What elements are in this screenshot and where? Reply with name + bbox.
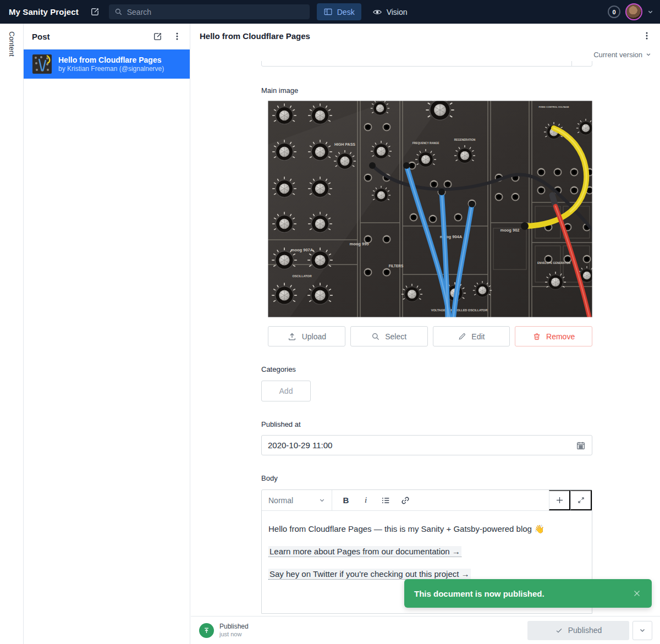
body-link-twitter[interactable]: Say hey on Twitter if you're checking ou… xyxy=(268,569,471,580)
bullet-list-icon[interactable] xyxy=(376,492,395,509)
publish-status-chip[interactable]: Published just now xyxy=(199,623,249,639)
compose-icon[interactable] xyxy=(90,7,100,17)
close-icon[interactable] xyxy=(632,588,642,598)
chevron-down-icon xyxy=(646,52,651,57)
publish-menu-button[interactable] xyxy=(632,621,652,640)
svg-text:VOLTAGE CONTROLLED OSCILLATOR: VOLTAGE CONTROLLED OSCILLATOR xyxy=(431,309,487,312)
publish-icon xyxy=(199,623,214,638)
compose-icon[interactable] xyxy=(152,31,163,42)
upload-icon xyxy=(287,332,297,342)
field-label-body: Body xyxy=(261,474,660,482)
search-icon xyxy=(114,8,123,16)
search-input[interactable] xyxy=(127,8,304,16)
document-title: Hello from Cloudflare Pages xyxy=(200,31,642,41)
image-actions: Upload Select Edit xyxy=(268,326,592,346)
svg-text:moog 902: moog 902 xyxy=(500,228,519,233)
desk-icon xyxy=(323,7,333,16)
post-panel-header: Post xyxy=(24,24,190,49)
chevron-down-icon xyxy=(639,627,646,634)
upload-label: Upload xyxy=(302,332,326,341)
calendar-icon[interactable] xyxy=(576,441,586,450)
presence-badge[interactable]: 0 xyxy=(608,5,620,18)
svg-text:moog 995: moog 995 xyxy=(349,241,369,246)
publish-button[interactable]: Published xyxy=(527,621,629,640)
publish-status-time: just now xyxy=(219,631,249,639)
list-item-subtitle: by Kristian Freeman (@signalnerve) xyxy=(58,65,164,74)
select-button[interactable]: Select xyxy=(350,326,428,346)
upload-button[interactable]: Upload xyxy=(268,326,345,346)
svg-text:moog 907A: moog 907A xyxy=(291,247,314,252)
edit-button[interactable]: Edit xyxy=(433,326,510,346)
content-rail-label[interactable]: Content xyxy=(8,31,16,644)
workspace-tabs: Desk Vision xyxy=(317,3,414,20)
post-list-panel: Post xyxy=(24,24,190,644)
body-paragraph: Hello from Cloudflare Pages — this is my… xyxy=(268,523,585,535)
document-header: Hello from Cloudflare Pages Current vers… xyxy=(191,24,660,61)
modular-synthesizer-photo: HIGH PASS FREQUENCY RANGE REGENERATION m… xyxy=(268,101,592,317)
search-icon xyxy=(371,332,380,341)
top-navbar: My Sanity Project Desk xyxy=(0,0,660,24)
chevron-down-icon xyxy=(319,497,325,503)
content-rail: Content xyxy=(0,24,24,644)
more-vertical-icon[interactable] xyxy=(642,31,651,40)
tab-desk[interactable]: Desk xyxy=(317,3,361,20)
field-label-main-image: Main image xyxy=(261,86,660,95)
avatar[interactable] xyxy=(625,3,642,20)
panel-title: Post xyxy=(32,32,142,41)
document-form: Main image xyxy=(191,61,660,616)
svg-text:FILTERS: FILTERS xyxy=(389,264,404,268)
add-category-button[interactable]: Add xyxy=(261,381,311,401)
svg-text:REGENERATION: REGENERATION xyxy=(454,139,476,141)
project-title: My Sanity Project xyxy=(9,7,79,16)
svg-text:FREQUENCY RANGE: FREQUENCY RANGE xyxy=(413,142,439,145)
text-style-select[interactable]: Normal xyxy=(262,490,332,510)
slug-field-partial[interactable] xyxy=(261,61,592,67)
document-panel: Hello from Cloudflare Pages Current vers… xyxy=(191,24,660,644)
check-icon xyxy=(555,626,563,635)
pencil-icon xyxy=(458,332,466,341)
select-label: Select xyxy=(385,332,406,341)
search-bar[interactable] xyxy=(109,4,310,19)
document-footer: Published just now Published xyxy=(191,616,660,644)
svg-text:ENVELOPE GENERATOR: ENVELOPE GENERATOR xyxy=(537,261,570,265)
expand-icon[interactable] xyxy=(570,490,592,510)
eye-icon xyxy=(372,7,382,17)
tab-vision-label: Vision xyxy=(387,8,408,16)
svg-text:FIXED CONTROL VOLTAGE: FIXED CONTROL VOLTAGE xyxy=(539,106,569,108)
field-label-categories: Categories xyxy=(261,365,660,373)
tab-desk-label: Desk xyxy=(337,8,355,16)
body-link-documentation[interactable]: Learn more about Pages from our document… xyxy=(268,546,461,557)
text-style-value: Normal xyxy=(268,496,293,505)
link-icon[interactable] xyxy=(396,492,415,509)
italic-button[interactable]: i xyxy=(356,492,375,509)
version-label: Current version xyxy=(593,51,642,59)
remove-button[interactable]: Remove xyxy=(515,326,592,346)
tab-vision[interactable]: Vision xyxy=(366,3,414,20)
publish-status-label: Published xyxy=(219,623,249,631)
bold-button[interactable]: B xyxy=(337,492,355,509)
publish-button-label: Published xyxy=(568,626,602,635)
chevron-down-icon[interactable] xyxy=(647,9,653,15)
toast-published: This document is now published. xyxy=(404,579,652,608)
published-at-field[interactable] xyxy=(261,435,592,455)
insert-block-icon[interactable] xyxy=(549,490,570,510)
svg-text:OSCILLATOR: OSCILLATOR xyxy=(292,274,311,278)
trash-icon xyxy=(532,332,541,341)
published-at-input[interactable] xyxy=(268,441,571,450)
remove-label: Remove xyxy=(546,332,575,341)
main-image-preview[interactable]: HIGH PASS FREQUENCY RANGE REGENERATION m… xyxy=(268,101,592,317)
svg-text:HIGH PASS: HIGH PASS xyxy=(334,142,355,146)
version-selector[interactable]: Current version xyxy=(200,48,651,61)
list-item-title: Hello from Cloudflare Pages xyxy=(58,55,164,65)
edit-label: Edit xyxy=(471,332,485,341)
list-item-post[interactable]: Hello from Cloudflare Pages by Kristian … xyxy=(24,49,190,79)
post-thumbnail xyxy=(32,54,52,74)
more-vertical-icon[interactable] xyxy=(173,32,182,41)
toast-message: This document is now published. xyxy=(414,589,544,598)
field-label-published-at: Published at xyxy=(261,420,660,428)
editor-toolbar: Normal B i xyxy=(262,490,592,511)
